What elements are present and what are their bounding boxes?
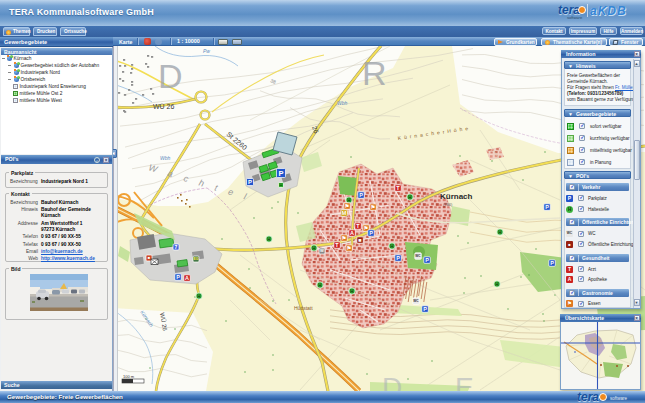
svg-text:E: E — [455, 372, 474, 391]
svg-text:M: M — [342, 210, 347, 216]
svg-text:P: P — [396, 255, 400, 261]
svg-text:R: R — [362, 54, 387, 92]
svg-text:100 m: 100 m — [123, 374, 135, 379]
svg-text:Kürnach: Kürnach — [440, 192, 473, 201]
svg-text:▤: ▤ — [279, 182, 283, 187]
svg-text:D: D — [382, 372, 402, 391]
svg-text:P: P — [278, 169, 283, 178]
svg-text:P: P — [369, 230, 373, 236]
svg-text:■: ■ — [358, 237, 361, 243]
svg-text:D: D — [158, 57, 183, 95]
svg-text:WÜ 26: WÜ 26 — [153, 103, 175, 110]
svg-text:Wbh: Wbh — [337, 100, 348, 106]
svg-text:EG: EG — [194, 257, 199, 261]
svg-text:WC: WC — [415, 254, 421, 258]
svg-text:⚑: ⚑ — [345, 203, 350, 209]
svg-text:⚑: ⚑ — [342, 235, 347, 241]
svg-text:A: A — [185, 275, 189, 281]
svg-text:P: P — [176, 274, 180, 280]
svg-text:Wbh: Wbh — [160, 155, 171, 161]
svg-text:P: P — [545, 204, 549, 210]
svg-text:(766): (766) — [443, 202, 453, 207]
svg-text:P: P — [425, 257, 429, 263]
svg-text:⚑: ⚑ — [371, 204, 376, 210]
svg-text:P: P — [423, 306, 427, 312]
svg-text:P: P — [550, 260, 554, 266]
svg-text:⚑: ⚑ — [347, 245, 352, 251]
svg-text:7: 7 — [175, 244, 178, 250]
svg-text:P: P — [248, 179, 252, 185]
svg-text:Hüttstatt: Hüttstatt — [294, 305, 313, 311]
svg-text:Pw: Pw — [203, 48, 210, 54]
svg-text:W: W — [320, 248, 324, 253]
svg-text:A: A — [350, 230, 354, 236]
svg-text:P: P — [359, 192, 363, 198]
svg-text:WC: WC — [413, 299, 419, 303]
